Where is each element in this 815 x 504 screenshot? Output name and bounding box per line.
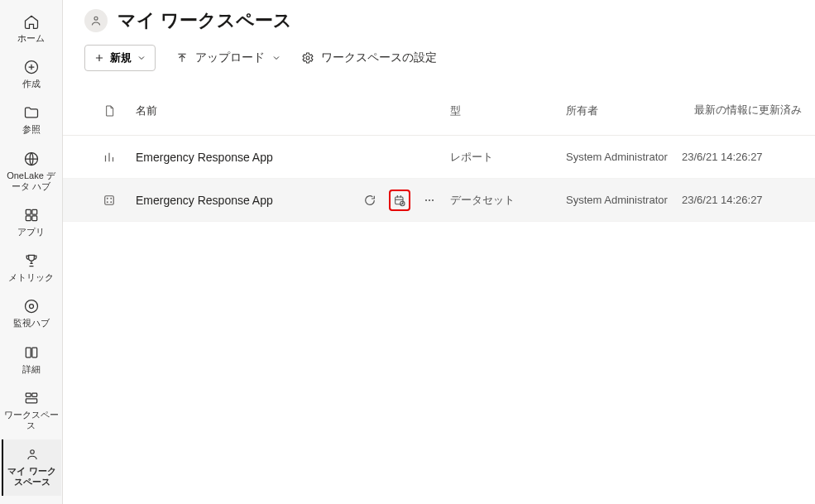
table-header: 名前 型 所有者 最新の情報に更新済み (63, 86, 815, 136)
schedule-refresh-button[interactable] (389, 190, 410, 211)
report-icon (83, 150, 136, 165)
sidebar-item-metrics[interactable]: メトリック (2, 246, 61, 291)
sidebar-item-label: ホーム (17, 33, 45, 44)
column-header-name[interactable]: 名前 (136, 103, 450, 118)
sidebar-item-label: 作成 (22, 79, 41, 89)
upload-icon (175, 51, 189, 65)
workspace-settings-label: ワークスペースの設定 (321, 50, 437, 65)
column-header-type[interactable]: 型 (450, 103, 566, 118)
toolbar: 新規 アップロード ワークスペースの設定 (63, 33, 815, 86)
svg-rect-10 (26, 393, 31, 396)
column-header-refreshed[interactable]: 最新の情報に更新済み (682, 103, 814, 117)
svg-rect-4 (26, 216, 31, 221)
svg-rect-11 (31, 393, 36, 396)
sidebar-item-label: 詳細 (22, 364, 41, 375)
svg-rect-8 (26, 348, 31, 358)
svg-rect-21 (396, 197, 403, 204)
plus-icon (93, 52, 105, 64)
svg-point-19 (107, 201, 108, 202)
item-type: レポート (450, 150, 566, 165)
svg-point-20 (111, 201, 112, 202)
trophy-icon (23, 252, 40, 269)
svg-point-13 (30, 450, 34, 454)
chevron-down-icon (137, 53, 146, 63)
sidebar-item-create[interactable]: 作成 (2, 52, 61, 98)
person-icon (24, 446, 41, 463)
svg-point-24 (429, 199, 430, 200)
svg-rect-12 (26, 399, 36, 403)
more-options-button[interactable] (419, 190, 440, 211)
sidebar-item-monitor[interactable]: 監視ハブ (2, 291, 61, 337)
plus-circle-icon (23, 59, 40, 75)
sidebar: ホーム 作成 参照 OneLake データ ハブ アプリ (0, 0, 63, 504)
svg-point-14 (94, 17, 98, 20)
chevron-down-icon (271, 53, 281, 63)
sidebar-item-label: ワークスペース (3, 410, 60, 431)
page-title: マイ ワークスペース (117, 8, 292, 33)
apps-icon (23, 207, 40, 223)
workspace-avatar-icon (84, 9, 108, 32)
sidebar-item-onelake[interactable]: OneLake データ ハブ (2, 144, 61, 200)
sidebar-item-more[interactable]: 詳細 (2, 338, 61, 383)
column-header-owner[interactable]: 所有者 (566, 103, 682, 118)
gear-icon (301, 51, 314, 65)
panels-icon (23, 344, 40, 361)
sidebar-item-label: 参照 (22, 124, 41, 135)
main-content: マイ ワークスペース 新規 アップロード (63, 0, 815, 504)
svg-point-23 (425, 199, 427, 200)
home-icon (23, 13, 40, 30)
item-refreshed: 23/6/21 14:26:27 (682, 194, 814, 206)
column-header-icon[interactable] (83, 103, 136, 118)
row-actions (359, 190, 440, 211)
svg-point-15 (306, 56, 309, 60)
globe-icon (23, 151, 40, 167)
svg-rect-3 (31, 209, 36, 214)
dataset-icon (83, 193, 136, 208)
sidebar-item-workspaces[interactable]: ワークスペース (2, 383, 61, 439)
item-type: データセット (450, 193, 566, 208)
workspace-settings-button[interactable]: ワークスペースの設定 (301, 50, 437, 65)
sidebar-item-home[interactable]: ホーム (2, 7, 61, 52)
folder-icon (23, 104, 40, 121)
refresh-now-button[interactable] (359, 190, 381, 211)
content-table: 名前 型 所有者 最新の情報に更新済み Emergency Response A… (63, 86, 815, 222)
workspaces-icon (23, 390, 40, 406)
item-name[interactable]: Emergency Response App (136, 151, 273, 164)
sidebar-item-label: アプリ (17, 227, 45, 238)
table-row[interactable]: Emergency Response App レポート System Admin… (63, 136, 815, 179)
svg-rect-5 (31, 216, 36, 221)
sidebar-item-label: メトリック (8, 272, 54, 283)
sidebar-item-label: 監視ハブ (13, 318, 50, 329)
eye-icon (23, 298, 40, 314)
svg-point-6 (25, 300, 37, 313)
svg-rect-9 (31, 348, 36, 358)
sidebar-item-apps[interactable]: アプリ (2, 200, 61, 246)
item-name[interactable]: Emergency Response App (136, 194, 273, 207)
sidebar-item-my-workspace[interactable]: マイ ワークスペース (2, 439, 61, 496)
svg-rect-16 (105, 195, 114, 204)
svg-point-25 (432, 199, 434, 200)
svg-point-7 (29, 305, 33, 309)
sidebar-item-browse[interactable]: 参照 (2, 98, 61, 143)
svg-point-17 (107, 198, 108, 199)
item-owner: System Administrator (566, 194, 682, 206)
upload-button[interactable]: アップロード (175, 50, 281, 65)
table-row[interactable]: Emergency Response App データセット (63, 179, 815, 222)
sidebar-item-label: マイ ワークスペース (5, 466, 60, 487)
new-button[interactable]: 新規 (84, 45, 156, 71)
upload-label: アップロード (195, 50, 265, 65)
page-header: マイ ワークスペース (63, 8, 815, 33)
new-button-label: 新規 (110, 50, 132, 65)
svg-rect-2 (26, 209, 31, 214)
item-refreshed: 23/6/21 14:26:27 (682, 151, 814, 163)
item-owner: System Administrator (566, 151, 682, 163)
svg-point-18 (111, 198, 112, 199)
sidebar-item-label: OneLake データ ハブ (3, 170, 60, 192)
